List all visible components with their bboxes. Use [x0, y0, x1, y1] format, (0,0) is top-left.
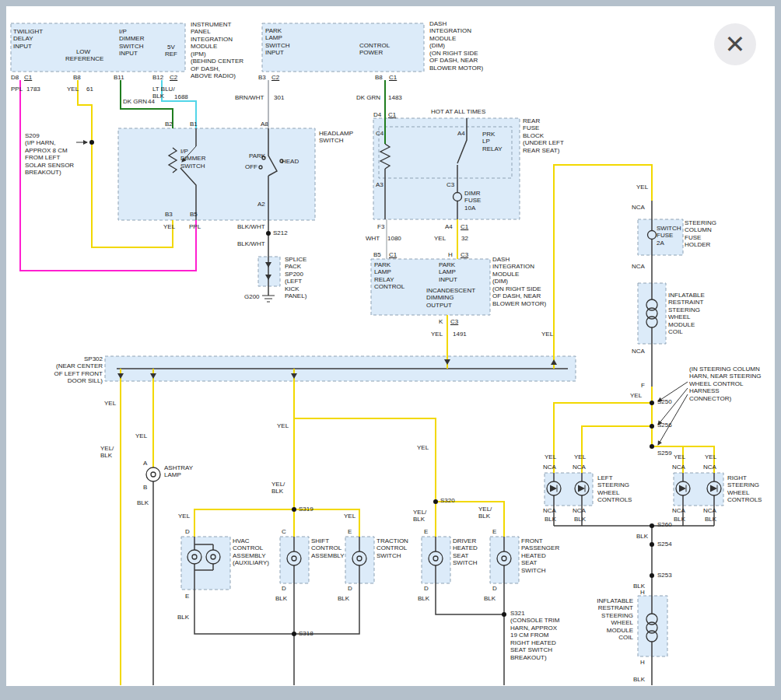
lbl-301: 301 — [274, 94, 284, 101]
lbl-pin-c-shift: C — [282, 528, 286, 535]
lbl-ipm-5v: 5V REF — [162, 44, 180, 58]
lbl-yelblk-m2: YEL/ BLK — [413, 509, 426, 523]
lbl-yel-l1: YEL — [104, 400, 116, 407]
lbl-hvac: HVAC CONTROL ASSEMBLY (AUXILIARY) — [233, 537, 269, 567]
lbl-pin-b3b: B3 — [258, 74, 266, 81]
lbl-pin-d-trac: D — [348, 585, 352, 592]
lbl-1688: 1688 — [174, 93, 188, 100]
lbl-yel-hvac: YEL — [178, 513, 190, 520]
box-splice-pack-sp200 — [258, 257, 280, 286]
lbl-ltblu: LT BLU/ BLK — [152, 86, 175, 100]
lbl-blk-pas: BLK — [484, 595, 496, 602]
wiring-svg — [0, 0, 781, 700]
lbl-ipm-title: INSTRUMENT PANEL INTEGRATION MODULE (IPM… — [191, 21, 243, 80]
lbl-yelblk-m1: YEL/ BLK — [271, 481, 285, 495]
g200-ground-symbol — [262, 296, 275, 302]
dot-s260 — [650, 523, 654, 528]
lbl-pin-k: K — [439, 318, 443, 325]
lbl-dim2-park-input: PARK LAMP INPUT — [439, 261, 457, 283]
lbl-s256: S256 — [657, 422, 672, 429]
lbl-park: PARK — [249, 152, 265, 159]
lbl-pin-e-pas: E — [492, 528, 496, 535]
lbl-pin-h1: H — [640, 589, 645, 596]
lbl-blk-b3: BLK — [674, 516, 685, 523]
lbl-dim1-park: PARK LAMP SWITCH INPUT — [265, 27, 290, 57]
close-button[interactable]: ✕ — [714, 23, 756, 65]
lbl-s250: S250 — [657, 398, 672, 405]
lbl-dim2-dimming-output: INCANDESCENT DIMMING OUTPUT — [426, 287, 475, 309]
lbl-shift: SHIFT CONTROL ASSEMBLY — [311, 537, 345, 559]
lbl-nca-b1: NCA — [543, 507, 556, 514]
lbl-brnwht: BRN/WHT — [235, 94, 264, 101]
lbl-pin-d8: D8 — [11, 74, 19, 81]
box-sir-coil-bottom — [638, 596, 667, 656]
lbl-pin-b5: B5 — [190, 211, 198, 218]
lbl-conn-c1e: C1 — [389, 251, 397, 258]
lbl-g200: G200 — [244, 293, 260, 300]
page-background: TWILIGHT DELAY INPUT LOW REFERENCE I/P D… — [0, 0, 781, 700]
lbl-steering-fuse-holder: STEERING COLUMN FUSE HOLDER — [685, 219, 716, 249]
lbl-yel-rc1: YEL — [636, 184, 648, 191]
lbl-yel-c: YEL — [434, 235, 446, 242]
lbl-s321-note: S321 (CONSOLE TRIM HARN, APPROX 19 CM FR… — [510, 610, 559, 661]
lbl-dim2-relay-control: PARK LAMP RELAY CONTROL — [374, 261, 405, 291]
lbl-pin-a4: A4 — [457, 130, 465, 137]
lbl-s253: S253 — [657, 572, 672, 579]
lbl-pin-a8: A8 — [261, 121, 268, 128]
lbl-yel-ash: YEL — [135, 432, 147, 439]
lbl-ip-dimmer-switch: I/P DIMMER SWITCH — [180, 148, 205, 170]
lbl-nca3: NCA — [632, 348, 645, 355]
lbl-hot-at-all-times: HOT AT ALL TIMES — [431, 108, 485, 115]
lbl-ppl: PPL — [11, 86, 23, 93]
lbl-s209-note: S209 (I/P HARN, APPROX 8 CM FROM LEFT SO… — [25, 132, 87, 177]
lbl-blk-hvac: BLK — [177, 614, 189, 621]
dot-s212 — [266, 231, 271, 236]
lbl-dim1-title: DASH INTEGRATION MODULE (DIM) (ON RIGHT … — [429, 20, 483, 72]
lbl-yel-a: YEL — [67, 86, 79, 93]
lbl-column-note: (IN STEERING COLUMN HARN, NEAR STEERING … — [689, 366, 761, 402]
dot-s321 — [502, 612, 506, 617]
lbl-pin-a4b: A4 — [445, 223, 453, 230]
lbl-yel-p3: YEL — [674, 453, 685, 460]
lbl-pin-d4: D4 — [373, 111, 381, 118]
lbl-blk-b1: BLK — [545, 516, 556, 523]
lbl-ppl-b: PPL — [189, 223, 201, 230]
lbl-pin-c4: C4 — [376, 130, 383, 137]
dot-s250 — [650, 401, 654, 405]
lbl-conn-c1b: C1 — [389, 74, 397, 81]
lbl-conn-c1c: C1 — [388, 111, 396, 118]
lbl-32: 32 — [461, 235, 468, 242]
lbl-traction: TRACTION CONTROL SWITCH — [376, 537, 408, 559]
lbl-nca-p1: NCA — [543, 464, 556, 471]
lbl-blk-rc3: BLK — [633, 676, 645, 683]
lbl-s259: S259 — [657, 450, 672, 457]
lbl-right-swc: RIGHT STEERING WHEEL CONTROLS — [727, 474, 762, 504]
lbl-s320: S320 — [440, 497, 455, 504]
lbl-conn-c3b: C3 — [450, 318, 458, 325]
lbl-sir-coil-bottom: INFLATABLE RESTRAINT STEERING WHEEL MODU… — [580, 597, 633, 642]
lbl-prk-lp-relay: PRK LP RELAY — [482, 131, 503, 152]
lbl-conn-c2b: C2 — [271, 74, 279, 81]
lbl-nca-p2: NCA — [573, 464, 586, 471]
lbl-dimr-fuse: DIMR FUSE 10A — [464, 190, 481, 212]
lbl-wht: WHT — [366, 235, 380, 242]
lbl-blk-rc1: BLK — [636, 533, 648, 540]
lbl-conn-c3a: C3 — [461, 251, 468, 258]
close-icon: ✕ — [725, 32, 746, 57]
lbl-pin-b8b: B8 — [375, 74, 383, 81]
lbl-s254: S254 — [657, 541, 672, 548]
lbl-1491: 1491 — [453, 331, 467, 338]
lbl-rear-fuse-block: REAR FUSE BLOCK (UNDER LEFT REAR SEAT) — [523, 117, 564, 154]
lbl-dkgrn-b: DK GRN — [356, 94, 380, 101]
lbl-yel-p4: YEL — [705, 453, 716, 460]
lbl-yel-d: YEL — [431, 331, 443, 338]
lbl-ipm-dimmer: I/P DIMMER SWITCH INPUT — [119, 28, 144, 58]
lbl-yel-trac: YEL — [344, 513, 355, 520]
lbl-pin-d-shift: D — [282, 585, 286, 592]
module-boxes — [11, 23, 723, 656]
lbl-blk-b2: BLK — [574, 516, 586, 523]
lbl-blk-ash: BLK — [137, 499, 149, 506]
lbl-nca-b3: NCA — [672, 507, 685, 514]
lbl-yelblk-m3: YEL/ BLK — [478, 506, 492, 520]
lbl-yelblk-l: YEL/ BLK — [100, 445, 114, 460]
